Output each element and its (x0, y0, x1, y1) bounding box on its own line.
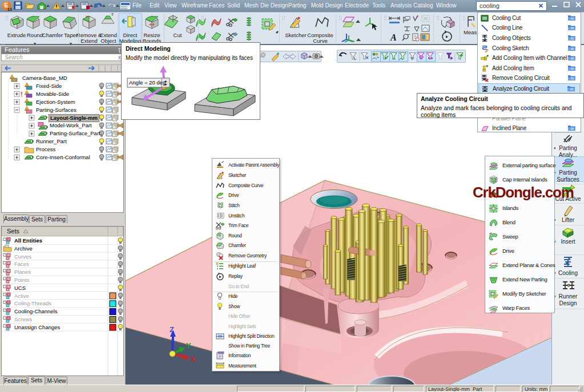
svg-text:Angle = 20 deg: Angle = 20 deg (129, 79, 166, 86)
svg-text:Sets: Sets (7, 228, 20, 235)
svg-text:A: A (390, 33, 397, 42)
